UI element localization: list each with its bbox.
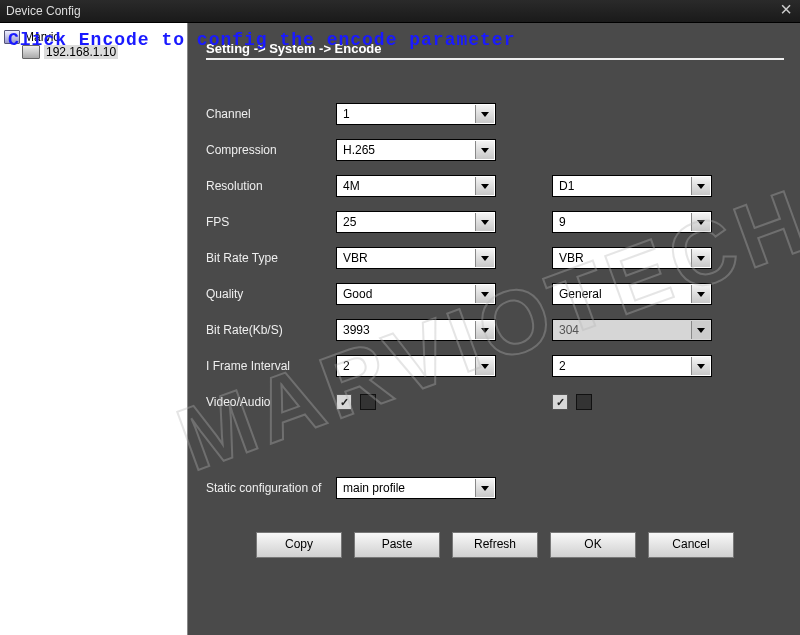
main-panel: MARVIOTECH Setting -> System -> Encode C…: [188, 23, 800, 635]
bitrate-type-main-select[interactable]: VBR: [336, 247, 496, 269]
breadcrumb-underline: [206, 58, 784, 60]
label-static-cfg: Static configuration of: [206, 481, 336, 495]
titlebar: Device Config ×: [0, 0, 800, 23]
chevron-down-icon: [475, 321, 494, 339]
chevron-down-icon: [475, 213, 494, 231]
chevron-down-icon: [475, 479, 494, 497]
breadcrumb: Setting -> System -> Encode: [206, 41, 784, 56]
chevron-down-icon: [475, 141, 494, 159]
chevron-down-icon: [475, 105, 494, 123]
chevron-down-icon: [691, 321, 710, 339]
static-profile-select[interactable]: main profile: [336, 477, 496, 499]
label-bitrate: Bit Rate(Kb/S): [206, 323, 336, 337]
chevron-down-icon: [475, 177, 494, 195]
device-icon: [22, 45, 40, 59]
chevron-down-icon: [691, 285, 710, 303]
fps-main-select[interactable]: 25: [336, 211, 496, 233]
label-iframe: I Frame Interval: [206, 359, 336, 373]
label-compression: Compression: [206, 143, 336, 157]
chevron-down-icon: [691, 249, 710, 267]
window-title: Device Config: [6, 4, 81, 18]
chevron-down-icon: [475, 285, 494, 303]
device-tree: Marvio 192.168.1.10: [0, 23, 188, 635]
refresh-button[interactable]: Refresh: [452, 532, 538, 558]
paste-button[interactable]: Paste: [354, 532, 440, 558]
iframe-sub-select[interactable]: 2: [552, 355, 712, 377]
tree-device-node[interactable]: 192.168.1.10: [4, 45, 185, 59]
copy-button[interactable]: Copy: [256, 532, 342, 558]
video-sub-checkbox[interactable]: [552, 394, 568, 410]
label-fps: FPS: [206, 215, 336, 229]
tree-device-label: 192.168.1.10: [44, 45, 118, 59]
label-channel: Channel: [206, 107, 336, 121]
cancel-button[interactable]: Cancel: [648, 532, 734, 558]
resolution-main-select[interactable]: 4M: [336, 175, 496, 197]
resolution-sub-select[interactable]: D1: [552, 175, 712, 197]
close-icon[interactable]: ×: [780, 0, 792, 20]
root-icon: [4, 30, 20, 44]
chevron-down-icon: [691, 213, 710, 231]
bitrate-type-sub-select[interactable]: VBR: [552, 247, 712, 269]
compression-select[interactable]: H.265: [336, 139, 496, 161]
button-bar: Copy Paste Refresh OK Cancel: [206, 532, 784, 558]
audio-main-checkbox[interactable]: [360, 394, 376, 410]
chevron-down-icon: [691, 357, 710, 375]
ok-button[interactable]: OK: [550, 532, 636, 558]
channel-select[interactable]: 1: [336, 103, 496, 125]
chevron-down-icon: [475, 357, 494, 375]
label-va: Video/Audio: [206, 395, 336, 409]
bitrate-sub-select: 304: [552, 319, 712, 341]
video-main-checkbox[interactable]: [336, 394, 352, 410]
fps-sub-select[interactable]: 9: [552, 211, 712, 233]
chevron-down-icon: [475, 249, 494, 267]
chevron-down-icon: [691, 177, 710, 195]
tree-root-node[interactable]: Marvio: [4, 29, 185, 45]
label-bitrate-type: Bit Rate Type: [206, 251, 336, 265]
iframe-main-select[interactable]: 2: [336, 355, 496, 377]
quality-sub-select[interactable]: General: [552, 283, 712, 305]
audio-sub-checkbox[interactable]: [576, 394, 592, 410]
label-resolution: Resolution: [206, 179, 336, 193]
bitrate-main-select[interactable]: 3993: [336, 319, 496, 341]
quality-main-select[interactable]: Good: [336, 283, 496, 305]
tree-root-label: Marvio: [24, 30, 60, 44]
label-quality: Quality: [206, 287, 336, 301]
